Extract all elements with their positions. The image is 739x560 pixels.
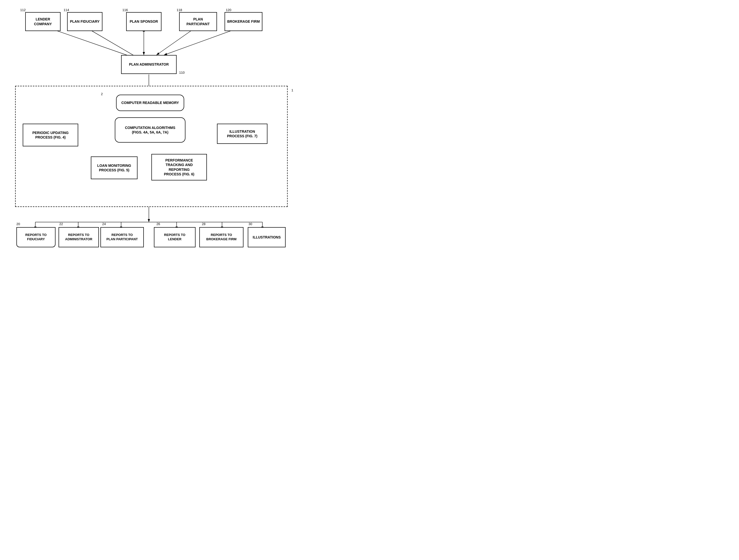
plan-sponsor-box: PLAN SPONSOR [126,12,161,31]
periodic-updating-box: PERIODIC UPDATING PROCESS (FIG. 4) [23,124,78,146]
plan-administrator-box: PLAN ADMINISTRATOR [121,55,177,74]
ref-1: 1 [291,88,293,92]
reports-brokerage-box: REPORTS TO BROKERAGE FIRM [199,227,244,247]
computation-algorithms-box: COMPUTATION ALGORITHMS (FIGS. 4A, 5A, 6A… [115,117,185,143]
ref-20: 20 [16,222,20,226]
ref-114: 114 [63,8,69,12]
ref-2: 2 [101,92,103,96]
computer-readable-memory-box: COMPUTER READABLE MEMORY [116,95,184,111]
ref-22: 22 [59,222,63,226]
loan-monitoring-box: LOAN MONITORING PROCESS (FIG. 5) [91,156,138,179]
lender-company-box: LENDER COMPANY [25,12,60,31]
svg-line-6 [164,28,237,55]
plan-fiduciary-box: PLAN FIDUCIARY [67,12,103,31]
performance-tracking-box: PERFORMANCE TRACKING AND REPORTING PROCE… [151,154,207,180]
illustration-process-box: ILLUSTRATION PROCESS (FIG. 7) [217,124,268,144]
reports-lender-box: REPORTS TO LENDER [154,227,195,247]
plan-participant-box: PLAN PARTICIPANT [179,12,217,31]
ref-28: 28 [202,222,205,226]
ref-118: 118 [177,8,182,12]
ref-24: 24 [102,222,106,226]
svg-line-5 [156,28,194,55]
brokerage-firm-top-box: BROKERAGE FIRM [225,12,262,31]
ref-110: 110 [179,71,185,75]
diagram-container: 112 LENDER COMPANY 114 PLAN FIDUCIARY 11… [0,0,370,280]
illustrations-box: ILLUSTRATIONS [248,227,286,247]
ref-120: 120 [226,8,232,12]
reports-administrator-box: REPORTS TO ADMINISTRATOR [58,227,99,247]
ref-30: 30 [249,222,252,226]
reports-plan-participant-box: REPORTS TO PLAN PARTICIPANT [101,227,144,247]
ref-112: 112 [20,8,26,12]
ref-26: 26 [156,222,160,226]
reports-fiduciary-box: REPORTS TO FIDUCIARY [16,227,55,247]
ref-116: 116 [122,8,128,12]
